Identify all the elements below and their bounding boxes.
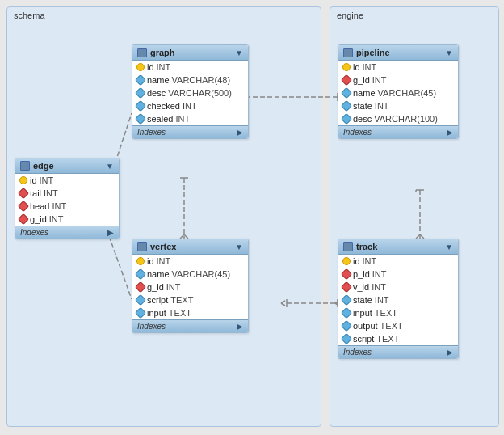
graph-table-icon [137, 48, 147, 57]
table-row: id INT [15, 174, 119, 187]
fk-icon [18, 188, 29, 199]
table-row: input TEXT [132, 306, 248, 319]
key-icon [342, 63, 351, 71]
table-row: input TEXT [338, 306, 458, 319]
field-icon [341, 333, 352, 344]
edge-indexes[interactable]: Indexes ▶ [15, 226, 119, 239]
graph-indexes[interactable]: Indexes ▶ [132, 125, 248, 138]
table-row: name VARCHAR(45) [132, 268, 248, 281]
key-icon [136, 63, 145, 71]
table-row: id INT [338, 61, 458, 74]
vertex-table-icon [137, 242, 147, 251]
graph-table-name: graph [150, 48, 232, 57]
table-row: output TEXT [338, 319, 458, 332]
pipeline-table-icon [343, 48, 353, 57]
track-table-icon [343, 242, 353, 251]
table-row: sealed INT [132, 112, 248, 125]
pipeline-indexes[interactable]: Indexes ▶ [338, 125, 458, 138]
table-row: g_id INT [132, 281, 248, 294]
graph-table: graph ▼ id INT name VARCHAR(48) desc VAR… [132, 44, 249, 139]
table-row: name VARCHAR(45) [338, 87, 458, 99]
key-icon [342, 257, 351, 265]
schema-label: schema [7, 7, 321, 23]
fk-icon [341, 281, 352, 293]
edge-table-icon [20, 161, 30, 171]
vertex-table-header[interactable]: vertex ▼ [132, 239, 248, 255]
fk-icon [341, 74, 352, 86]
pipeline-table-arrow: ▼ [445, 49, 453, 57]
vertex-indexes[interactable]: Indexes ▶ [132, 319, 248, 332]
field-icon [341, 307, 352, 319]
table-row: g_id INT [338, 74, 458, 87]
key-icon [19, 176, 27, 184]
table-row: id INT [132, 61, 248, 74]
engine-label: engine [330, 7, 498, 23]
field-icon [135, 74, 146, 86]
edge-table: edge ▼ id INT tail INT head INT g_id INT… [15, 158, 120, 239]
table-row: checked INT [132, 99, 248, 112]
table-row: p_id INT [338, 268, 458, 281]
edge-table-header[interactable]: edge ▼ [15, 158, 119, 174]
pipeline-table-header[interactable]: pipeline ▼ [338, 45, 458, 61]
vertex-table-name: vertex [150, 242, 232, 251]
table-row: v_id INT [338, 281, 458, 294]
graph-table-header[interactable]: graph ▼ [132, 45, 248, 61]
fk-icon [18, 213, 29, 225]
track-table-name: track [356, 242, 442, 251]
table-row: script TEXT [338, 332, 458, 345]
vertex-table: vertex ▼ id INT name VARCHAR(45) g_id IN… [132, 239, 249, 333]
field-icon [135, 100, 146, 112]
field-icon [341, 320, 352, 332]
field-icon [135, 307, 146, 319]
track-indexes[interactable]: Indexes ▶ [338, 345, 458, 358]
pipeline-table-name: pipeline [356, 48, 442, 57]
field-icon [135, 87, 146, 99]
graph-table-arrow: ▼ [235, 49, 243, 57]
table-row: script TEXT [132, 294, 248, 306]
table-row: id INT [132, 255, 248, 268]
table-row: name VARCHAR(48) [132, 74, 248, 87]
field-icon [341, 100, 352, 112]
fk-icon [18, 201, 29, 212]
track-table-arrow: ▼ [445, 243, 453, 251]
key-icon [136, 257, 145, 265]
track-table-header[interactable]: track ▼ [338, 239, 458, 255]
field-icon [341, 87, 352, 99]
fk-icon [135, 281, 146, 293]
edge-table-name: edge [33, 161, 103, 171]
table-row: id INT [338, 255, 458, 268]
table-row: state INT [338, 294, 458, 306]
track-table: track ▼ id INT p_id INT v_id INT state I… [338, 239, 459, 359]
field-icon [341, 294, 352, 306]
table-row: head INT [15, 200, 119, 213]
table-row: desc VARCHAR(500) [132, 87, 248, 99]
table-row: tail INT [15, 187, 119, 200]
pipeline-table: pipeline ▼ id INT g_id INT name VARCHAR(… [338, 44, 459, 139]
field-icon [135, 113, 146, 125]
field-icon [135, 294, 146, 306]
table-row: state INT [338, 99, 458, 112]
vertex-table-arrow: ▼ [235, 243, 243, 251]
field-icon [135, 268, 146, 280]
field-icon [341, 113, 352, 125]
table-row: g_id INT [15, 213, 119, 226]
fk-icon [341, 268, 352, 280]
table-row: desc VARCHAR(100) [338, 112, 458, 125]
edge-table-arrow: ▼ [106, 162, 114, 171]
